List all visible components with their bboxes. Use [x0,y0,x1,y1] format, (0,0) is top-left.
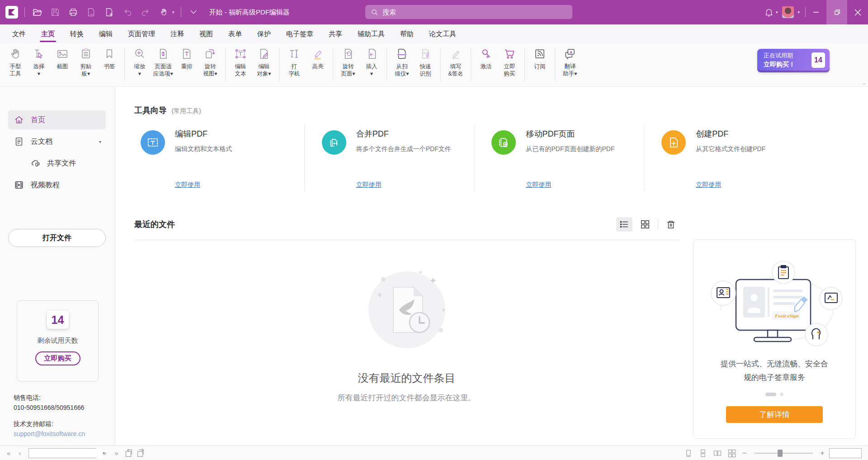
continuous-view-icon[interactable] [697,448,709,459]
previous-view-button[interactable] [123,448,134,459]
menu-home[interactable]: 主页 [33,24,62,43]
extract-page-icon[interactable] [85,6,97,18]
sidebar-item-video-tutorials[interactable]: 视频教程 [8,175,106,194]
open-file-icon[interactable] [31,6,43,18]
menu-form[interactable]: 表单 [221,24,250,43]
next-view-button[interactable] [134,448,146,459]
ribbon-button-hand[interactable]: 手型 工具 [4,47,27,77]
ribbon-button-clipboard[interactable]: 剪贴 板▾ [74,47,98,77]
ribbon-button-rotateview[interactable]: 旋转 视图▾ [198,47,222,77]
ribbon-button-edittext[interactable]: 编辑 文本 [229,47,252,77]
search-input[interactable] [382,8,567,16]
ribbon-button-ocr[interactable]: OCR快速 识别 [414,47,437,77]
menu-help[interactable]: 帮助 [392,24,421,43]
ribbon-button-select[interactable]: 选择 ▾ [27,47,51,77]
ribbon-button-snapshot[interactable]: 截图 [51,47,74,70]
menu-protect[interactable]: 保护 [250,24,278,43]
ribbon-button-typewriter[interactable]: 打 字机 [283,47,306,77]
facing-view-icon[interactable] [712,448,723,459]
ribbon-button-bookmark[interactable]: 书签 [98,47,121,70]
menu-edit[interactable]: 编辑 [91,24,120,43]
previous-page-button[interactable]: ‹ [14,449,25,457]
open-file-button[interactable]: 打开文件 [8,229,106,247]
menu-paper-tools[interactable]: 论文工具 [421,24,464,43]
use-now-link[interactable]: 立即使用 [696,181,765,189]
clear-recent-button[interactable] [663,217,679,232]
use-now-link[interactable]: 立即使用 [526,181,614,189]
tool-card-move-pdf-pages[interactable]: 移动PDF页面 从已有的PDF页面创建新的PDF 立即使用 [474,125,644,191]
zoom-out-button[interactable]: − [741,449,749,457]
ribbon-button-fillsign[interactable]: 填写 &签名 [444,47,467,77]
single-page-view-icon[interactable] [683,448,694,459]
sidebar-item-home[interactable]: 首页 [8,110,106,129]
chevron-down-icon[interactable]: ▾ [99,139,101,144]
page-number-input[interactable] [29,449,103,458]
use-now-link[interactable]: 立即使用 [356,181,451,189]
redo-icon[interactable] [140,6,151,18]
menu-view[interactable]: 视图 [192,24,221,43]
buy-now-button[interactable]: 立即购买 [35,351,80,365]
notification-bell-icon[interactable] [763,6,775,18]
ribbon-button-scanner[interactable]: 从扫 描仪▾ [390,47,414,77]
next-page-button[interactable]: › [100,449,110,457]
ribbon-button-activate[interactable]: 激活 [474,47,498,70]
first-page-button[interactable]: « [3,449,14,457]
grid-view-button[interactable] [637,217,653,232]
tool-card-merge-pdf[interactable]: 合并PDF 将多个文件合并生成一个PDF文件 立即使用 [304,125,474,191]
sidebar-item-shared-files[interactable]: 共享文件 [24,154,106,173]
zoom-in-button[interactable]: + [818,449,826,457]
menu-share[interactable]: 共享 [321,24,350,43]
zoom-percentage-box[interactable] [829,448,862,458]
ribbon-button-reflow[interactable]: 重排 [175,47,198,70]
trial-purchase-badge[interactable]: 正在试用期 立即购买！ 14 [757,49,830,72]
last-page-button[interactable]: » [110,449,122,457]
learn-more-button[interactable]: 了解详情 [726,406,823,423]
minimize-button[interactable] [806,0,826,24]
trial-days-badge: 14 [811,52,825,68]
menu-comment[interactable]: 注释 [163,24,192,43]
account-dropdown-caret[interactable]: ▾ [797,10,800,14]
sales-phone-label: 销售电话: [14,393,85,403]
carousel-dots[interactable] [693,393,855,396]
tool-card-edit-pdf[interactable]: 编辑PDF 编辑文档和文本格式 立即使用 [134,125,304,191]
print-icon[interactable] [67,6,79,18]
ribbon-button-translate[interactable]: A翻译 助手▾ [558,47,582,77]
menu-file[interactable]: 文件 [5,24,33,43]
sidebar-item-cloud-docs[interactable]: 云文档 ▾ [8,132,106,151]
menu-accessibility[interactable]: 辅助工具 [350,24,392,43]
menu-esign[interactable]: 电子签章 [278,24,321,43]
zoom-percentage-input[interactable] [830,449,861,458]
ribbon-button-pagefit[interactable]: 页面适 应选项▾ [151,47,175,77]
ribbon-button-subscribe[interactable]: 订阅 [528,47,552,70]
restore-button[interactable] [826,0,847,24]
support-email-link[interactable]: support@foxitsoftware.cn [14,429,85,439]
divider [658,219,658,230]
ribbon-button-cart[interactable]: 立即 购买 [498,47,521,77]
ribbon-button-rotatepage[interactable]: 旋转 页面▾ [336,47,360,77]
user-avatar[interactable] [782,6,794,18]
ribbon-button-editobject[interactable]: 编辑 对象▾ [252,47,276,77]
list-view-button[interactable] [616,217,632,232]
notification-dropdown-caret[interactable]: ▾ [776,10,778,14]
add-page-icon[interactable] [104,6,115,18]
use-now-link[interactable]: 立即使用 [175,181,232,189]
search-bar[interactable] [365,5,572,19]
zoom-slider[interactable] [754,453,813,454]
hand-tool-quick-icon[interactable] [158,6,170,18]
carousel-dot-active[interactable] [765,393,776,396]
close-button[interactable] [847,0,868,24]
facing-continuous-view-icon[interactable] [726,448,738,459]
menu-convert[interactable]: 转换 [62,24,91,43]
ribbon-button-zoom[interactable]: 缩放 ▾ [128,47,151,77]
save-icon[interactable] [49,6,61,18]
hand-tool-dropdown-caret[interactable]: ▾ [172,10,175,14]
tool-card-create-pdf[interactable]: 创建PDF 从其它格式文件创建PDF 立即使用 [644,125,814,191]
menu-page-organize[interactable]: 页面管理 [120,24,163,43]
collapse-toolbar-icon[interactable] [188,6,199,18]
undo-icon[interactable] [122,6,133,18]
page-number-box[interactable]: ▾ [28,448,96,458]
ribbon-button-insertpage[interactable]: 插入 ▾ [360,47,383,77]
carousel-dot[interactable] [780,393,783,396]
zoom-slider-thumb[interactable] [778,450,783,457]
ribbon-button-highlight[interactable]: 高亮 [306,47,330,70]
